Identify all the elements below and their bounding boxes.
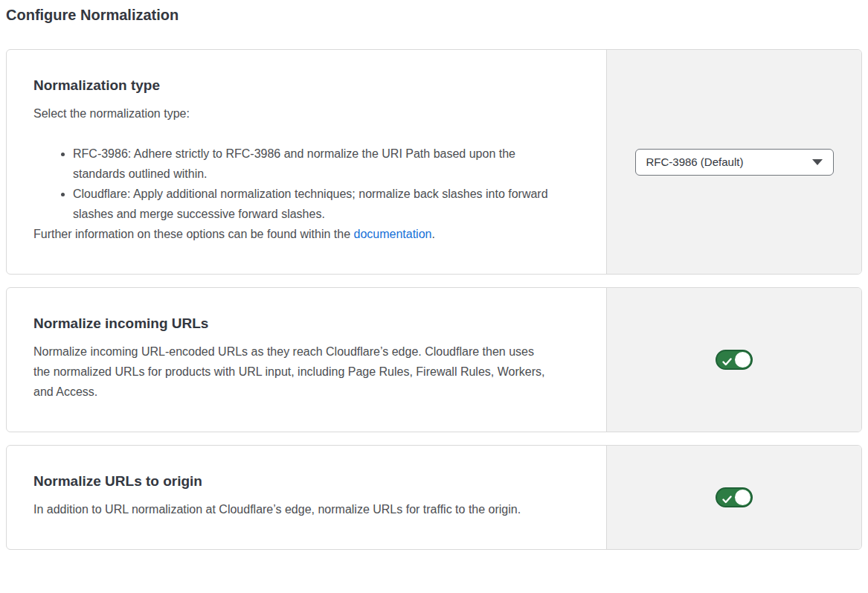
normalization-type-options-list: RFC-3986: Adhere strictly to RFC-3986 an… [33,144,550,224]
card-normalize-incoming-urls-aside [606,288,861,432]
normalization-type-select-value: RFC-3986 (Default) [646,150,744,175]
normalize-incoming-urls-heading: Normalize incoming URLs [33,313,576,334]
page-container: Configure Normalization Normalization ty… [0,6,868,550]
card-normalize-urls-to-origin-content: Normalize URLs to origin In addition to … [7,446,606,549]
normalization-type-select[interactable]: RFC-3986 (Default) [635,149,834,176]
footer-text-prefix: Further information on these options can… [33,228,353,240]
card-normalize-incoming-urls: Normalize incoming URLs Normalize incomi… [6,287,862,432]
normalization-type-intro: Select the normalization type: [33,103,550,124]
card-normalization-type: Normalization type Select the normalizat… [6,49,862,275]
normalize-urls-to-origin-description: In addition to URL normalization at Clou… [33,499,550,519]
toggle-knob [735,352,750,368]
page-title: Configure Normalization [6,6,862,24]
normalize-urls-to-origin-heading: Normalize URLs to origin [33,471,576,492]
normalization-type-heading: Normalization type [33,75,576,96]
documentation-link[interactable]: documentation [353,228,431,240]
normalize-incoming-urls-description: Normalize incoming URL-encoded URLs as t… [33,342,550,402]
card-normalize-urls-to-origin: Normalize URLs to origin In addition to … [6,445,862,550]
normalization-type-footer: Further information on these options can… [33,224,550,244]
check-icon [722,356,732,364]
toggle-knob [735,490,750,505]
card-normalization-type-aside: RFC-3986 (Default) [606,50,861,274]
caret-down-icon [812,159,823,165]
normalize-incoming-urls-toggle[interactable] [716,350,753,370]
check-icon [722,493,732,501]
list-item-rfc3986: RFC-3986: Adhere strictly to RFC-3986 an… [73,144,550,184]
footer-text-suffix: . [431,228,434,240]
normalize-urls-to-origin-toggle[interactable] [716,487,753,507]
card-normalize-urls-to-origin-aside [606,446,861,549]
list-item-cloudflare: Cloudflare: Apply additional normalizati… [73,184,550,224]
card-normalization-type-content: Normalization type Select the normalizat… [7,50,606,274]
card-normalize-incoming-urls-content: Normalize incoming URLs Normalize incomi… [7,288,606,432]
